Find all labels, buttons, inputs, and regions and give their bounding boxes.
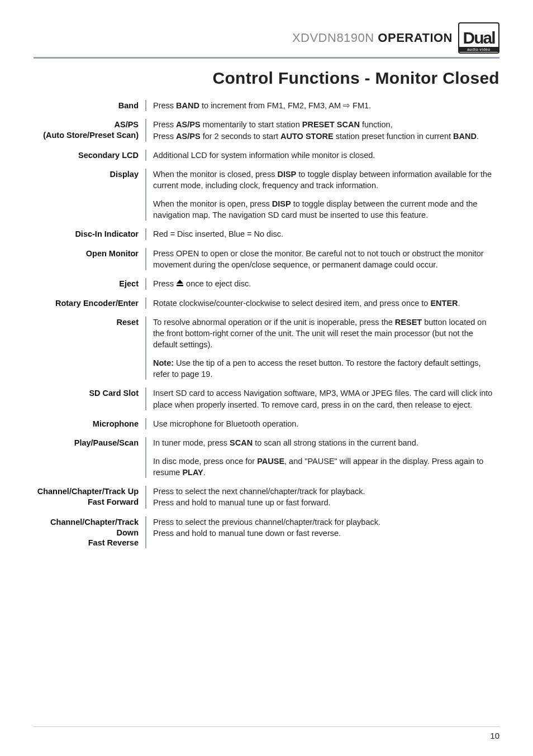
logo-main-text: Dual <box>463 30 494 46</box>
row-label: Channel/Chapter/Track UpFast Forward <box>34 486 145 508</box>
description-paragraph: In tuner mode, press SCAN to scan all st… <box>153 437 499 448</box>
row-label: Disc-In Indicator <box>34 228 145 240</box>
description-paragraph: When the monitor is open, press DISP to … <box>153 198 499 221</box>
description-paragraph: Red = Disc inserted, Blue = No disc. <box>153 228 499 240</box>
definition-row: BandPress BAND to increment from FM1, FM… <box>34 100 499 111</box>
header-model: XDVDN8190N <box>292 31 374 45</box>
header-divider <box>34 57 499 59</box>
svg-rect-1 <box>177 285 183 286</box>
definition-row: ResetTo resolve abnormal operation or if… <box>34 317 499 380</box>
row-description: Use microphone for Bluetooth operation. <box>146 418 499 429</box>
definition-row: Secondary LCDAdditional LCD for system i… <box>34 150 499 161</box>
row-description: Insert SD card to access Navigation soft… <box>146 387 499 410</box>
row-label: Play/Pause/Scan <box>34 437 145 448</box>
row-description: Press BAND to increment from FM1, FM2, F… <box>146 100 499 111</box>
row-label: Open Monitor <box>34 248 145 259</box>
row-description: Press to select the next channel/chapter… <box>146 486 499 509</box>
description-paragraph: To resolve abnormal operation or if the … <box>153 317 499 351</box>
definition-row: Channel/Chapter/Track UpFast ForwardPres… <box>34 486 499 509</box>
definition-row: Rotary Encoder/EnterRotate clockwise/cou… <box>34 298 499 309</box>
definition-row: Disc-In IndicatorRed = Disc inserted, Bl… <box>34 228 499 240</box>
description-paragraph: In disc mode, press once for PAUSE, and … <box>153 456 499 479</box>
description-paragraph: When the monitor is closed, press DISP t… <box>153 169 499 192</box>
description-paragraph: Press once to eject disc. <box>153 278 499 289</box>
footer-divider <box>34 726 499 727</box>
header-model-text: XDVDN8190N OPERATION <box>292 31 453 45</box>
description-paragraph: Use microphone for Bluetooth operation. <box>153 418 499 429</box>
row-label: Display <box>34 169 145 180</box>
row-label: Microphone <box>34 418 145 429</box>
definition-row: EjectPress once to eject disc. <box>34 278 499 289</box>
definition-row: DisplayWhen the monitor is closed, press… <box>34 169 499 221</box>
row-description: Press OPEN to open or close the monitor.… <box>146 248 499 271</box>
row-label: Eject <box>34 278 145 289</box>
definition-row: Play/Pause/ScanIn tuner mode, press SCAN… <box>34 437 499 478</box>
row-label: Secondary LCD <box>34 150 145 161</box>
row-label: SD Card Slot <box>34 387 145 399</box>
page-number: 10 <box>490 731 499 740</box>
header-operation: OPERATION <box>378 31 453 45</box>
description-paragraph: Additional LCD for system information wh… <box>153 150 499 161</box>
description-paragraph: Press to select the previous channel/cha… <box>153 516 499 539</box>
row-label: Rotary Encoder/Enter <box>34 298 145 309</box>
row-description: When the monitor is closed, press DISP t… <box>146 169 499 221</box>
description-paragraph: Press OPEN to open or close the monitor.… <box>153 248 499 271</box>
description-paragraph: Note: Use the tip of a pen to access the… <box>153 357 499 380</box>
row-description: Press to select the previous channel/cha… <box>146 516 499 539</box>
row-description: Rotate clockwise/counter-clockwise to se… <box>146 298 499 309</box>
description-paragraph: Rotate clockwise/counter-clockwise to se… <box>153 298 499 309</box>
row-description: Press AS/PS momentarily to start station… <box>146 119 499 142</box>
row-label: Channel/Chapter/Track DownFast Reverse <box>34 516 145 549</box>
definition-row: Channel/Chapter/Track DownFast ReversePr… <box>34 516 499 549</box>
row-description: Red = Disc inserted, Blue = No disc. <box>146 228 499 240</box>
page-title: Control Functions - Monitor Closed <box>34 69 499 88</box>
row-label: AS/PS(Auto Store/Preset Scan) <box>34 119 145 141</box>
definition-row: AS/PS(Auto Store/Preset Scan)Press AS/PS… <box>34 119 499 142</box>
row-label: Reset <box>34 317 145 328</box>
definition-row: Open MonitorPress OPEN to open or close … <box>34 248 499 271</box>
definition-row: SD Card SlotInsert SD card to access Nav… <box>34 387 499 410</box>
description-paragraph: Press BAND to increment from FM1, FM2, F… <box>153 100 499 111</box>
row-description: Additional LCD for system information wh… <box>146 150 499 161</box>
row-label: Band <box>34 100 145 111</box>
description-paragraph: Press AS/PS momentarily to start station… <box>153 119 499 142</box>
header: XDVDN8190N OPERATION Dual audio-video <box>34 22 499 54</box>
logo-sub-text: audio-video <box>459 47 498 52</box>
row-description: To resolve abnormal operation or if the … <box>146 317 499 380</box>
row-description: In tuner mode, press SCAN to scan all st… <box>146 437 499 478</box>
description-paragraph: Insert SD card to access Navigation soft… <box>153 387 499 410</box>
definition-row: MicrophoneUse microphone for Bluetooth o… <box>34 418 499 429</box>
row-description: Press once to eject disc. <box>146 278 499 289</box>
description-paragraph: Press to select the next channel/chapter… <box>153 486 499 509</box>
svg-marker-0 <box>177 280 183 284</box>
brand-logo: Dual audio-video <box>458 22 499 54</box>
